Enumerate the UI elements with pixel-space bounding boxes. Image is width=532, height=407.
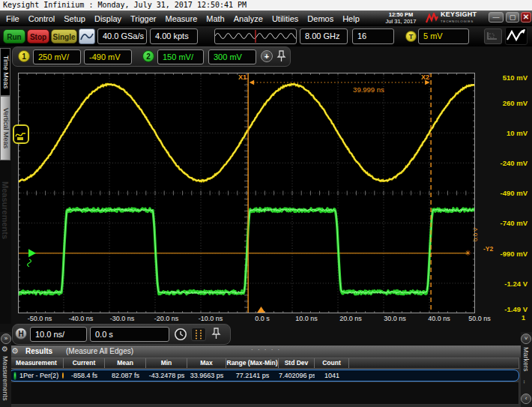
channel1-offset-field[interactable]: -490 mV	[84, 49, 132, 64]
menu-measure[interactable]: Measure	[162, 14, 200, 23]
menu-file[interactable]: File	[3, 14, 22, 23]
channel1-ground-marker[interactable]	[13, 124, 29, 144]
touch-waveform-button[interactable]	[505, 27, 528, 45]
measurement-name-cell: 1Per - Per(2)	[10, 372, 64, 380]
bandwidth-field[interactable]: 8.00 GHz	[300, 28, 348, 44]
markers-tab[interactable]: Markers	[522, 347, 530, 372]
gear-icon[interactable]: ⚙	[11, 346, 19, 356]
col-range[interactable]: Range (Max-Min)	[226, 358, 279, 368]
svg-text:✳: ✳	[465, 249, 471, 257]
brand-text: KEYSIGHT	[441, 11, 477, 18]
col-measurement[interactable]: Measurement	[10, 358, 64, 368]
scope-canvas[interactable]: ✳X1X239.999 ns	[18, 73, 475, 313]
menu-utilities[interactable]: Utilities	[269, 14, 301, 23]
menu-demos[interactable]: Demos	[304, 14, 336, 23]
add-channel-button[interactable]: +	[261, 50, 273, 62]
maximize-button[interactable]: ▢	[506, 12, 519, 22]
channel2-badge[interactable]: 2	[142, 50, 154, 62]
horizontal-badge[interactable]: H	[15, 328, 27, 340]
col-max[interactable]: Max	[187, 358, 226, 368]
measurement-enabled-icon[interactable]	[13, 372, 16, 380]
col-filler	[349, 358, 519, 368]
haxis-label: -20.0 ns	[154, 315, 179, 322]
clock: 12:50 PM Jul 31, 2017	[375, 11, 427, 25]
memory-depth-field[interactable]: 4.00 kpts	[150, 28, 198, 44]
haxis-label: -10.0 ns	[199, 315, 223, 322]
timebase-scale-field[interactable]: 10.0 ns/	[30, 327, 87, 342]
zoom-region-button[interactable]	[484, 28, 502, 44]
measurement-row[interactable]: 1Per - Per(2) -858.4 fs 82.087 fs -43.24…	[9, 370, 519, 382]
haxis-label: 0.0 s	[255, 315, 270, 322]
expand-markers-button[interactable]: ‹	[521, 394, 531, 404]
pin-channel-bar-button[interactable]	[276, 49, 287, 64]
trigger-badge[interactable]: T	[405, 31, 417, 42]
pin-hbar-button[interactable]	[211, 327, 222, 341]
trigger-level-field[interactable]: 5 mV	[418, 28, 469, 44]
haxis-label: 50.0 ns	[468, 315, 491, 322]
timebase-position-field[interactable]: 0.0 s	[90, 327, 169, 342]
minimize-button[interactable]: —	[489, 12, 504, 22]
segmented-memory-button[interactable]	[191, 328, 206, 341]
collapse-markers-button[interactable]: ˅	[521, 334, 531, 344]
haxis-label: -40.0 ns	[69, 315, 94, 322]
menu-math[interactable]: Math	[203, 14, 227, 23]
delayed-sweep-button[interactable]	[174, 328, 187, 341]
left-bottom-strip: » ⚙ Measurements	[0, 332, 11, 407]
menu-display[interactable]: Display	[91, 14, 124, 23]
window-title: Keysight Infiniium : Monday, July 31, 20…	[0, 0, 532, 10]
clock-icon	[174, 328, 187, 341]
dotted-columns-icon	[192, 328, 205, 340]
channel2-offset-field[interactable]: 300 mV	[208, 49, 256, 64]
menu-help[interactable]: Help	[339, 14, 363, 23]
vaxis-label: -1.24 V	[480, 280, 528, 288]
col-current[interactable]: Current	[64, 358, 105, 368]
oscilloscope-app: Keysight Infiniium : Monday, July 31, 20…	[0, 0, 532, 407]
results-table-header: Measurement Current Mean Min Max Range (…	[9, 358, 519, 369]
measurements-tab[interactable]: Measurements	[1, 356, 9, 401]
vaxis-label: -240 mV	[480, 159, 528, 167]
sample-rate-field[interactable]: 40.0 GSa/s	[97, 28, 147, 44]
right-bottom-strip: ˅ Markers .. ‹	[521, 332, 532, 407]
results-title: Results	[25, 347, 52, 355]
gear-icon-small[interactable]: ⚙	[1, 345, 8, 353]
col-mean[interactable]: Mean	[105, 358, 146, 368]
svg-text:X1: X1	[238, 73, 247, 81]
cell-current: -858.4 fs	[64, 372, 105, 379]
channel2-scale-field[interactable]: 150 mV/	[157, 49, 204, 64]
results-header[interactable]: ⚙ Results (Measure All Edges) · · · · ·	[0, 346, 532, 358]
col-min[interactable]: Min	[146, 358, 187, 368]
menu-trigger[interactable]: Trigger	[127, 14, 159, 23]
averages-field[interactable]: 16	[352, 28, 394, 44]
single-button[interactable]: Single	[51, 29, 77, 43]
clock-date: Jul 31, 2017	[375, 18, 427, 25]
left-tab-strip: Time Meas Vertical Meas Measurements	[0, 46, 11, 324]
tab-vertical-meas[interactable]: Vertical Meas	[0, 96, 10, 160]
y2-marker-label[interactable]: -Y2	[483, 245, 493, 253]
waveform-icon	[79, 29, 94, 43]
col-stddev[interactable]: Std Dev	[279, 358, 315, 368]
pin-icon	[211, 327, 222, 341]
cell-mean: 82.087 fs	[105, 372, 146, 379]
channel1-scale-field[interactable]: 250 mV/	[33, 49, 81, 64]
y2-marker-value: 0.0 V	[472, 227, 479, 241]
markers-tab-dots: ..	[522, 380, 530, 384]
haxis-label: -30.0 ns	[110, 315, 135, 322]
menu-analyze[interactable]: Analyze	[231, 14, 266, 23]
acquisition-preview[interactable]	[214, 28, 297, 44]
svg-text:39.999 ns: 39.999 ns	[353, 85, 384, 94]
measurements-watermark: Measurements	[1, 181, 10, 239]
tab-time-meas[interactable]: Time Meas	[0, 48, 10, 96]
cell-stddev: 7.402096 ps	[279, 372, 315, 379]
waveform-setup-button[interactable]	[79, 28, 95, 44]
menu-setup[interactable]: Setup	[61, 14, 88, 23]
drag-handle[interactable]: · · · · ·	[251, 346, 281, 353]
close-button[interactable]: ✕	[521, 12, 531, 22]
menu-control[interactable]: Control	[25, 14, 58, 23]
expand-left-panel-button[interactable]: »	[1, 334, 11, 344]
stop-button[interactable]: Stop	[27, 29, 49, 43]
measurement-name: 1Per - Per(2)	[19, 372, 58, 379]
clock-time: 12:50 PM	[375, 11, 427, 18]
run-button[interactable]: Run	[3, 29, 25, 43]
channel1-badge[interactable]: 1	[18, 50, 30, 62]
col-count[interactable]: Count	[315, 358, 349, 368]
